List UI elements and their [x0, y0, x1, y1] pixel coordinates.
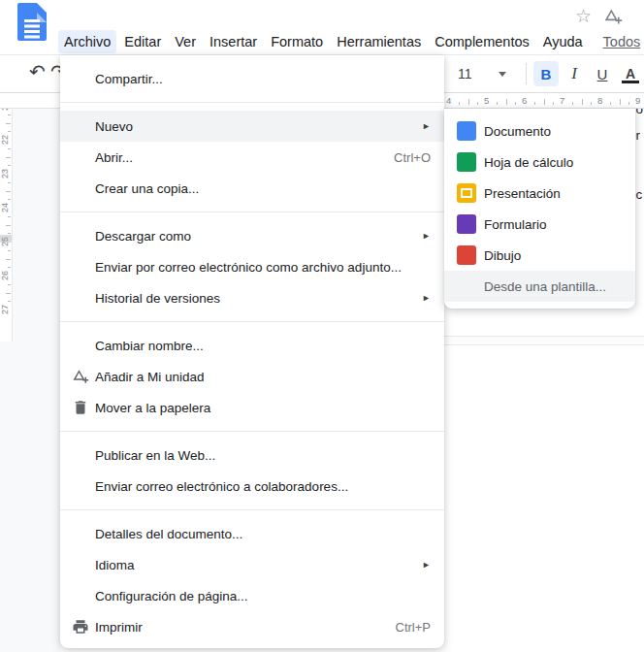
- ruler-tick: [544, 99, 545, 105]
- menubar-item-archivo[interactable]: Archivo: [58, 30, 116, 53]
- menu-divider: [60, 321, 444, 322]
- toolbar-separator: [526, 63, 527, 84]
- ruler-tick: [628, 102, 629, 105]
- file-menu-item-nuevo[interactable]: Nuevo►: [60, 111, 444, 142]
- docs-logo-fold-icon: [37, 3, 47, 13]
- file-menu-item-cambiar-nombre[interactable]: Cambiar nombre...: [60, 330, 444, 361]
- trash-icon: [72, 399, 89, 416]
- menu-item-label: Crear una copia...: [95, 181, 199, 196]
- submenu-item-label: Hoja de cálculo: [484, 155, 573, 170]
- ruler-number: 26: [0, 268, 10, 283]
- ruler-tick: [8, 284, 11, 285]
- ruler-tick: [572, 102, 573, 105]
- ruler-tick: [468, 99, 469, 105]
- ruler-tick: [8, 148, 11, 149]
- submenu-arrow-icon: ►: [422, 121, 431, 131]
- docs-logo[interactable]: [17, 3, 47, 41]
- add-to-drive-icon[interactable]: [603, 7, 623, 26]
- new-submenu-item-formulario[interactable]: Formulario: [444, 209, 635, 240]
- menu-item-label: Historial de versiones: [95, 291, 220, 306]
- file-menu-item-historial-de-versiones[interactable]: Historial de versiones►: [60, 282, 444, 313]
- menubar-item-ayuda[interactable]: Ayuda: [537, 30, 589, 53]
- vertical-ruler[interactable]: 21222324252627: [0, 109, 13, 342]
- ruler-tick: [497, 102, 498, 105]
- sheets-file-icon: [457, 152, 476, 172]
- chevron-down-icon: [499, 72, 506, 81]
- file-menu-item-idioma[interactable]: Idioma►: [60, 549, 444, 580]
- star-icon[interactable]: ☆: [575, 5, 592, 27]
- ruler-number: 5: [484, 95, 489, 106]
- menu-item-label: Enviar correo electrónico a colaboradore…: [95, 479, 348, 494]
- ruler-tick: [8, 216, 11, 217]
- text-color-button[interactable]: A: [618, 61, 643, 86]
- ruler-tick: [6, 259, 11, 260]
- submenu-arrow-icon: ►: [422, 231, 431, 241]
- font-size-value: 11: [458, 66, 491, 82]
- menubar-item-complementos[interactable]: Complementos: [429, 30, 535, 53]
- ruler-tick: [459, 102, 460, 105]
- menu-divider: [60, 509, 444, 510]
- ruler-tick: [8, 114, 11, 115]
- file-menu-item-compartir[interactable]: Compartir...: [60, 63, 444, 94]
- file-menu-item-configuracion-de-pagina[interactable]: Configuración de página...: [60, 580, 444, 611]
- menu-item-label: Descargar como: [95, 229, 191, 244]
- menubar-item-ver[interactable]: Ver: [169, 30, 202, 53]
- submenu-arrow-icon: ►: [422, 293, 431, 303]
- submenu-item-label: Desde una plantilla...: [484, 279, 606, 294]
- ruler-tick: [477, 102, 478, 105]
- file-menu-item-detalles-del-documento[interactable]: Detalles del documento...: [60, 518, 444, 549]
- ruler-tick: [506, 99, 507, 105]
- menu-item-label: Imprimir: [95, 620, 143, 635]
- bold-button[interactable]: B: [533, 61, 559, 86]
- menubar-item-todos[interactable]: Todos: [597, 30, 644, 53]
- menu-divider: [60, 102, 444, 103]
- ruler-tick: [553, 102, 554, 105]
- ruler-tick: [582, 99, 583, 105]
- file-menu-item-enviar-correo-electronico-a-colaboradores[interactable]: Enviar correo electrónico a colaboradore…: [60, 471, 444, 502]
- submenu-item-label: Formulario: [484, 217, 547, 232]
- menu-item-label: Añadir a Mi unidad: [95, 370, 205, 384]
- ruler-number: 7: [560, 95, 564, 106]
- ruler-tick: [6, 123, 11, 124]
- undo-icon[interactable]: ↶: [29, 60, 46, 83]
- menu-item-label: Publicar en la Web...: [95, 448, 215, 463]
- ruler-tick: [6, 225, 11, 226]
- header: ArchivoEditarVerInsertarFormatoHerramien…: [0, 0, 644, 55]
- submenu-arrow-icon: ►: [422, 560, 431, 570]
- ruler-number: 25: [0, 234, 10, 249]
- drawings-file-icon: [457, 245, 476, 265]
- file-menu-item-imprimir[interactable]: ImprimirCtrl+P: [60, 611, 444, 642]
- menu-item-label: Cambiar nombre...: [95, 339, 204, 353]
- new-submenu-item-presentacion[interactable]: Presentación: [444, 178, 635, 209]
- docs-logo-lines-icon: [24, 19, 40, 22]
- submenu-item-label: Documento: [484, 124, 551, 139]
- file-menu-item-mover-a-la-papelera[interactable]: Mover a la papelera: [60, 392, 444, 423]
- menubar-item-editar[interactable]: Editar: [118, 30, 167, 53]
- file-menu-item-anadir-a-mi-unidad[interactable]: Añadir a Mi unidad: [60, 361, 444, 392]
- menubar-item-herramientas[interactable]: Herramientas: [331, 30, 427, 53]
- ruler-number: 23: [0, 166, 10, 181]
- new-submenu-item-desde-una-plantilla[interactable]: Desde una plantilla...: [444, 271, 635, 302]
- file-menu-item-enviar-por-correo-electronico-como-archivo-adjunto[interactable]: Enviar por correo electrónico como archi…: [60, 251, 444, 282]
- ruler-tick: [6, 157, 11, 158]
- forms-file-icon: [457, 214, 476, 234]
- font-size-control[interactable]: 11: [458, 62, 506, 85]
- file-menu-item-abrir[interactable]: Abrir...Ctrl+O: [60, 142, 444, 173]
- page-boundary: [444, 336, 644, 345]
- menubar-item-insertar[interactable]: Insertar: [204, 30, 263, 53]
- ruler-number: 22: [0, 132, 10, 147]
- ruler-tick: [620, 99, 621, 105]
- file-menu-item-publicar-en-la-web[interactable]: Publicar en la Web...: [60, 440, 444, 471]
- ruler-number: 24: [0, 200, 10, 215]
- file-menu-item-crear-una-copia[interactable]: Crear una copia...: [60, 173, 444, 204]
- new-submenu-item-documento[interactable]: Documento: [444, 115, 635, 147]
- new-submenu-item-dibujo[interactable]: Dibujo: [444, 240, 635, 271]
- new-submenu: DocumentoHoja de cálculoPresentaciónForm…: [444, 109, 635, 309]
- underline-button[interactable]: U: [590, 61, 615, 86]
- file-menu-item-descargar-como[interactable]: Descargar como►: [60, 220, 444, 251]
- menubar-item-formato[interactable]: Formato: [265, 30, 329, 53]
- ruler-tick: [591, 102, 592, 105]
- ruler-number: 6: [522, 95, 527, 106]
- new-submenu-item-hoja-de-calculo[interactable]: Hoja de cálculo: [444, 147, 635, 178]
- italic-button[interactable]: I: [562, 61, 587, 86]
